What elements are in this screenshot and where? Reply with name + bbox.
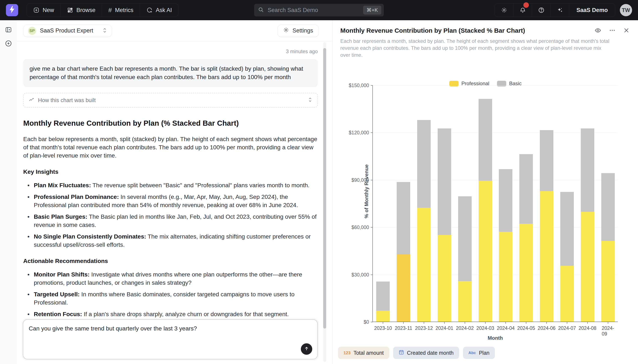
bar-segment-professional-2024-01[interactable] [438,235,451,322]
chevron-up-down-icon [102,28,107,34]
x-axis-tick [526,322,526,324]
plus-circle-icon [5,44,12,48]
bar-segment-basic-2024-01[interactable] [438,128,451,235]
new-button[interactable]: New [27,4,61,17]
x-axis-tick-label: 2023-12 [415,326,433,331]
lightning-icon [9,6,15,14]
bar-segment-professional-2024-04[interactable] [499,232,512,322]
field-pills-row: 123Total amount1Created date monthAbcPla… [338,347,495,359]
how-built-label: How this chart was built [38,97,96,104]
send-button[interactable] [301,343,312,355]
chat-scrollbar-thumb[interactable] [323,48,326,328]
x-axis-tick-label: 2024-08 [579,326,596,331]
ask-ai-label: Ask AI [156,7,172,14]
chat-scroll-area[interactable]: 3 minutes ago give me a bar chart where … [17,41,333,364]
bar-segment-basic-2024-06[interactable] [540,130,553,191]
bar-segment-professional-2023-10[interactable] [376,311,390,322]
bar-segment-professional-2024-02[interactable] [458,281,472,322]
global-search-input[interactable]: Search SaaS Demo ⌘+K [254,4,384,16]
bar-segment-professional-2024-05[interactable] [519,224,533,322]
toggle-sidebar-button[interactable] [5,26,12,34]
org-label: SaaS Demo [576,7,608,14]
chart-panel: Monthly Revenue Contribution by Plan (St… [333,20,638,364]
new-thread-button[interactable] [5,40,12,48]
bar-segment-basic-2024-09[interactable] [601,173,615,241]
chat-panel: SP SaaS Product Expert Settings 3 minute… [17,20,333,364]
response-title: Monthly Revenue Contribution by Plan (% … [23,119,318,128]
navbar-right: SaaS Demo TW [495,3,632,17]
bar-segment-basic-2024-03[interactable] [479,99,492,181]
message-composer[interactable]: Can you give the same trend but quarterl… [23,319,318,359]
bar-segment-professional-2024-09[interactable] [601,241,615,322]
bar-segment-professional-2024-06[interactable] [540,191,553,322]
field-pill-plan[interactable]: AbcPlan [463,347,495,359]
insight-item: Basic Plan Surges: The Basic plan led in… [23,212,318,229]
field-pill-label: Created date month [407,350,454,356]
panel-toggle-icon [5,30,12,34]
help-button[interactable] [532,4,551,17]
bar-segment-basic-2024-05[interactable] [519,154,533,224]
recommendation-item: Targeted Upsell: In months where Basic d… [23,290,318,307]
hash-icon: # [108,6,112,14]
bar-segment-professional-2023-12[interactable] [417,208,431,322]
bar-segment-professional-2024-08[interactable] [581,212,594,322]
y-axis-tick [371,180,373,180]
ask-ai-button[interactable]: Ask AI [140,4,178,17]
x-axis-tick [465,322,465,324]
metrics-button[interactable]: # Metrics [102,4,140,17]
y-axis-tick [371,274,373,275]
more-menu-button[interactable] [609,27,616,34]
bar-segment-professional-2024-03[interactable] [479,181,492,322]
composer-input-value[interactable]: Can you give the same trend but quarterl… [29,324,292,333]
x-axis-tick-label: 2024-03 [476,326,494,331]
x-axis-tick-label: 2023-10 [374,326,392,331]
text-type-icon: Abc [468,350,476,355]
x-axis-tick [546,322,547,324]
x-axis-tick-label: 2024-04 [497,326,514,331]
bar-segment-basic-2023-12[interactable] [417,120,431,208]
bar-segment-professional-2023-11[interactable] [397,254,410,322]
notifications-button[interactable] [513,4,532,17]
x-axis-tick [485,322,486,324]
ai-sparkles-button[interactable] [551,4,569,17]
bar-segment-professional-2024-07[interactable] [560,266,574,322]
x-axis-tick [424,322,424,324]
browse-button[interactable]: Browse [61,4,102,17]
chat-scrollbar-track[interactable] [323,42,326,362]
search-icon [258,7,264,14]
settings-gear-button[interactable] [495,4,513,17]
field-pill-total-amount[interactable]: 123Total amount [338,347,389,359]
bar-segment-basic-2024-08[interactable] [581,128,594,212]
x-axis-tick-label: 2024-05 [517,326,535,331]
org-switcher[interactable]: SaaS Demo [569,4,615,17]
message-timestamp: 3 minutes ago [23,48,318,54]
y-axis-tick-label: $0 [364,319,369,325]
recommendation-item: Monitor Plan Shifts: Investigate what dr… [23,270,318,287]
bar-segment-basic-2023-10[interactable] [376,282,390,311]
recommendations-list: Monitor Plan Shifts: Investigate what dr… [23,270,318,318]
sparkles-icon [557,7,563,13]
close-panel-button[interactable] [623,27,629,34]
how-chart-built-toggle[interactable]: How this chart was built [23,93,318,108]
chart-plot-area: % of Monthly Revenue Month $0$30,000$60,… [372,86,618,322]
field-pill-created-date-month[interactable]: 1Created date month [393,347,459,359]
app-logo[interactable] [6,4,18,16]
bar-segment-basic-2024-07[interactable] [560,192,574,266]
view-eye-button[interactable] [594,27,601,34]
chart-panel-header: Monthly Revenue Contribution by Plan (St… [333,20,638,58]
user-avatar[interactable]: TW [620,4,632,16]
agent-selector[interactable]: SP SaaS Product Expert [23,25,112,37]
left-rail [0,20,17,364]
svg-text:1: 1 [401,352,402,354]
browse-label: Browse [76,7,95,14]
recommendation-item: Retention Focus: If a plan's share drops… [23,310,318,318]
bar-segment-basic-2024-04[interactable] [499,169,512,232]
app-screen: New Browse # Metrics Ask AI [0,0,638,364]
agent-settings-button[interactable]: Settings [277,25,319,37]
chart-panel-actions [594,27,629,34]
bar-segment-basic-2024-02[interactable] [458,196,472,281]
response-intro: Each bar below represents a month, split… [23,135,318,160]
grid-icon [67,7,73,13]
bar-segment-basic-2023-11[interactable] [397,182,410,254]
key-insights-list: Plan Mix Fluctuates: The revenue split b… [23,181,318,249]
